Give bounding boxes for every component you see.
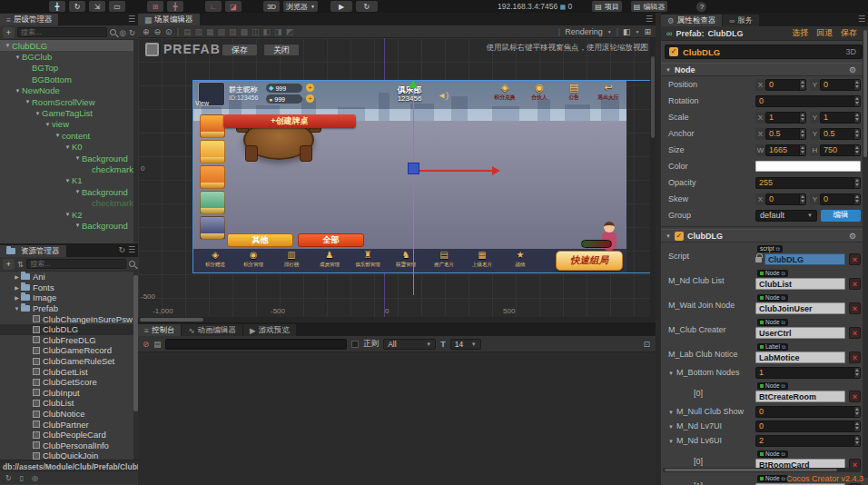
hierarchy-node[interactable]: checkmark	[0, 163, 138, 174]
panel-menu-icon[interactable]: ☰	[858, 15, 865, 24]
anchor-y-input[interactable]: 0.5	[820, 128, 861, 140]
align-tool-icon[interactable]: ▩	[241, 27, 249, 36]
asset-item[interactable]: ClubInput	[0, 388, 138, 399]
remove-reference-button[interactable]: ×	[849, 278, 861, 290]
clubdlg-component-header[interactable]: ▼ ✓ ClubDLG ⚙	[661, 229, 868, 242]
rotate-tool-button[interactable]: ↻	[69, 1, 85, 12]
remove-reference-button[interactable]: ×	[849, 391, 861, 402]
hierarchy-node[interactable]: checkmark	[0, 197, 138, 208]
tab-scene-editor[interactable]: ▦ 场景编辑器	[138, 14, 200, 25]
tab-console[interactable]: ≡ 控制台	[138, 324, 181, 336]
align-tool-icon[interactable]: ◩	[286, 27, 294, 36]
open-project-button[interactable]: ▤ 项目	[592, 1, 622, 12]
zoom-in-icon[interactable]: ⊕	[143, 27, 150, 36]
refresh-icon[interactable]: ↻	[129, 28, 135, 37]
remove-reference-button[interactable]: ×	[849, 302, 861, 314]
anchor-toggle-button[interactable]: ╋	[167, 1, 183, 12]
assets-refresh-icon[interactable]: ↻	[118, 245, 125, 254]
asset-item[interactable]: ClubNotice	[0, 409, 138, 420]
asset-item[interactable]: ClubDLG	[0, 324, 138, 335]
clear-console-icon[interactable]: ⊘	[143, 340, 149, 349]
zoom-fit-icon[interactable]: ⊙	[165, 27, 173, 36]
remove-reference-button[interactable]: ×	[849, 253, 861, 265]
asset-item[interactable]: ClubQuickJoin	[0, 450, 138, 460]
sync-icon[interactable]: ↻	[5, 474, 12, 482]
asset-item[interactable]: ClubPersonalInfo	[0, 440, 138, 451]
tab-service[interactable]: ∞ 服务	[723, 15, 759, 26]
hierarchy-node[interactable]: ▼RoomScrollView	[0, 96, 138, 107]
log-level-dropdown[interactable]: All ▼	[383, 339, 436, 350]
hierarchy-node[interactable]: ▼content	[0, 130, 138, 141]
asset-item[interactable]: ClubGetScore	[0, 377, 138, 388]
expander-icon[interactable]: ▼	[34, 111, 42, 116]
field-number-input[interactable]: 0	[755, 421, 861, 432]
hierarchy-node[interactable]: ▼K2	[0, 209, 138, 220]
search-icon[interactable]	[110, 29, 116, 35]
asset-item[interactable]: ClubGetList	[0, 366, 138, 377]
console-log-area[interactable]	[138, 352, 656, 485]
zoom-out-icon[interactable]: ⊖	[154, 27, 162, 36]
external-link-icon[interactable]: ⧉	[782, 476, 785, 482]
asset-item[interactable]: ClubFreeDLG	[0, 335, 138, 346]
asset-item[interactable]: ▶Fonts	[0, 282, 138, 293]
node-name[interactable]: ClubDLG	[683, 47, 720, 57]
grid-toggle-icon[interactable]: ⊞	[644, 27, 651, 36]
camera-icon[interactable]: ◧	[623, 27, 631, 36]
tab-assets[interactable]: 资源管理器	[0, 245, 66, 257]
position-x-input[interactable]: 0	[765, 79, 806, 91]
external-link-icon[interactable]: ⧉	[782, 271, 785, 277]
panel-menu-icon[interactable]: ☰	[128, 245, 135, 254]
align-tool-icon[interactable]: ◨	[274, 27, 282, 36]
reference-field[interactable]: ClubList	[755, 278, 845, 290]
component-enabled-checkbox[interactable]: ✓	[675, 232, 684, 241]
chevron-down-icon[interactable]: ▼	[668, 371, 674, 376]
scale-tool-button[interactable]: ⇲	[89, 1, 105, 12]
panel-menu-icon[interactable]: ☰	[646, 15, 653, 24]
console-filter-input[interactable]	[165, 339, 347, 350]
skew-y-input[interactable]: 0	[820, 193, 861, 205]
expander-icon[interactable]: ▼	[74, 189, 82, 194]
align-tool-icon[interactable]: ◫	[252, 27, 260, 36]
asset-item[interactable]: ▼Prefab	[0, 303, 138, 314]
pivot-toggle-button[interactable]: ⊞	[147, 1, 163, 12]
group-dropdown[interactable]: default ▼	[755, 210, 817, 222]
expander-icon[interactable]: ▼	[14, 88, 22, 94]
add-asset-button[interactable]: +	[3, 259, 15, 270]
save-prefab-button[interactable]: 保存	[222, 44, 258, 56]
scene-vertical-scrollbar[interactable]	[650, 38, 656, 322]
align-tool-icon[interactable]: ▦	[206, 27, 214, 36]
expander-icon[interactable]: ▼	[74, 155, 82, 161]
skew-x-input[interactable]: 0	[765, 193, 806, 205]
gizmo-x-axis[interactable]	[419, 170, 492, 172]
asset-item[interactable]: ClubPeopleCard	[0, 430, 138, 440]
node-active-checkbox[interactable]: ✓	[669, 47, 678, 56]
expander-icon[interactable]: ▼	[54, 133, 62, 138]
hierarchy-node[interactable]: ▼Background	[0, 153, 138, 163]
world-toggle-button[interactable]: ◪	[225, 1, 242, 12]
hierarchy-search-input[interactable]: 搜索...	[17, 27, 107, 37]
rendering-dropdown[interactable]: Rendering	[565, 27, 603, 36]
prefab-select-button[interactable]: 选择	[792, 27, 808, 39]
hierarchy-node[interactable]: ▼NewNode	[0, 85, 138, 96]
hierarchy-node[interactable]: BGTop	[0, 63, 138, 74]
prefab-revert-button[interactable]: 回退	[816, 27, 833, 39]
external-link-icon[interactable]: ⧉	[782, 295, 785, 302]
external-link-icon[interactable]: ⧉	[782, 451, 785, 458]
asset-item[interactable]: ClubGameRecord	[0, 345, 138, 356]
external-link-icon[interactable]: ⧉	[776, 246, 780, 252]
gear-icon[interactable]: ⚙	[849, 232, 856, 241]
detach-panel-icon[interactable]: ⊡	[643, 340, 650, 349]
reference-field[interactable]: LabMotice	[755, 351, 845, 363]
hierarchy-node[interactable]: ▼ClubDLG	[0, 40, 138, 51]
gizmo-x-arrow-icon[interactable]	[492, 166, 500, 175]
hierarchy-node[interactable]: BGBottom	[0, 74, 138, 84]
hierarchy-node[interactable]: ▼Background	[0, 220, 138, 231]
scene-viewport[interactable]: 群主昵称 ID:123456 View ◆ 999 ● 999 + + ◄) 俱…	[138, 38, 656, 322]
chevron-down-icon[interactable]: ▼	[668, 424, 674, 430]
expander-icon[interactable]: ▼	[74, 223, 82, 228]
group-edit-button[interactable]: 编辑	[821, 210, 861, 222]
inspector-horizontal-scrollbar[interactable]	[663, 468, 861, 472]
regex-checkbox[interactable]	[351, 341, 359, 348]
expander-icon[interactable]: ▼	[64, 178, 72, 183]
align-tool-icon[interactable]: ▨	[229, 27, 237, 36]
